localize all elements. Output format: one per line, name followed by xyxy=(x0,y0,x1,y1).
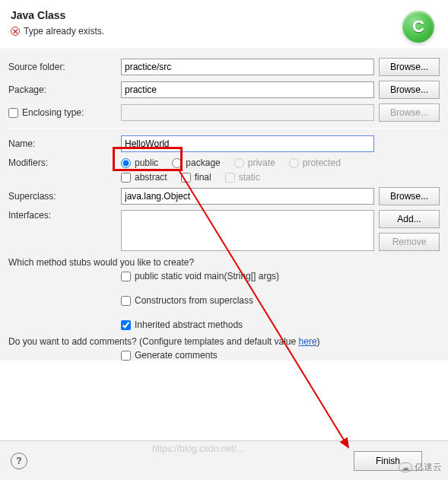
modifier-protected-radio: protected xyxy=(289,157,341,168)
source-folder-input[interactable] xyxy=(121,59,374,75)
modifier-abstract-checkbox[interactable]: abstract xyxy=(121,172,167,183)
package-browse-button[interactable]: Browse... xyxy=(379,81,440,99)
modifiers-label: Modifiers: xyxy=(8,157,121,168)
class-icon: C xyxy=(402,11,434,43)
stubs-question: Which method stubs would you like to cre… xyxy=(8,257,440,268)
source-folder-label: Source folder: xyxy=(8,62,121,72)
help-button[interactable]: ? xyxy=(11,453,27,469)
error-text: Type already exists. xyxy=(24,26,104,37)
superclass-input[interactable] xyxy=(121,188,374,205)
generate-comments-checkbox[interactable]: Generate comments xyxy=(121,350,440,361)
superclass-label: Superclass: xyxy=(8,191,121,202)
package-input[interactable] xyxy=(121,81,374,98)
dialog-title: Java Class xyxy=(11,9,437,21)
modifier-public-radio[interactable]: public xyxy=(121,157,158,168)
stub-constructors-checkbox[interactable]: Constructors from superclass xyxy=(121,295,440,306)
enclosing-type-input xyxy=(121,104,374,121)
enclosing-type-browse-button: Browse... xyxy=(379,103,440,122)
name-input[interactable] xyxy=(121,135,374,152)
interfaces-add-button[interactable]: Add... xyxy=(379,210,440,228)
modifier-private-radio: private xyxy=(234,157,275,168)
separator xyxy=(8,128,440,129)
interfaces-remove-button: Remove xyxy=(379,233,440,251)
modifier-static-checkbox: static xyxy=(225,172,260,183)
interfaces-list[interactable] xyxy=(121,210,374,251)
error-message: ✕ Type already exists. xyxy=(11,26,437,37)
stub-main-checkbox[interactable]: public static void main(String[] args) xyxy=(121,271,440,281)
name-label: Name: xyxy=(8,138,121,149)
superclass-browse-button[interactable]: Browse... xyxy=(379,187,440,205)
configure-templates-link[interactable]: here xyxy=(299,336,317,347)
interfaces-label: Interfaces: xyxy=(8,210,121,221)
modifier-final-checkbox[interactable]: final xyxy=(181,172,211,183)
error-icon: ✕ xyxy=(11,27,20,36)
modifier-package-radio[interactable]: package xyxy=(172,157,220,168)
dialog-footer: ? Finish xyxy=(0,440,448,480)
source-folder-browse-button[interactable]: Browse... xyxy=(379,58,440,76)
package-label: Package: xyxy=(8,84,121,95)
corner-logo: ☁亿速云 xyxy=(399,461,442,474)
enclosing-type-checkbox[interactable]: Enclosing type: xyxy=(8,107,121,118)
stub-inherited-checkbox[interactable]: Inherited abstract methods xyxy=(121,319,440,330)
comments-question: Do you want to add comments? (Configure … xyxy=(8,336,440,347)
dialog-header: Java Class ✕ Type already exists. C xyxy=(0,0,448,49)
dialog-content: Source folder: Browse... Package: Browse… xyxy=(0,49,448,361)
